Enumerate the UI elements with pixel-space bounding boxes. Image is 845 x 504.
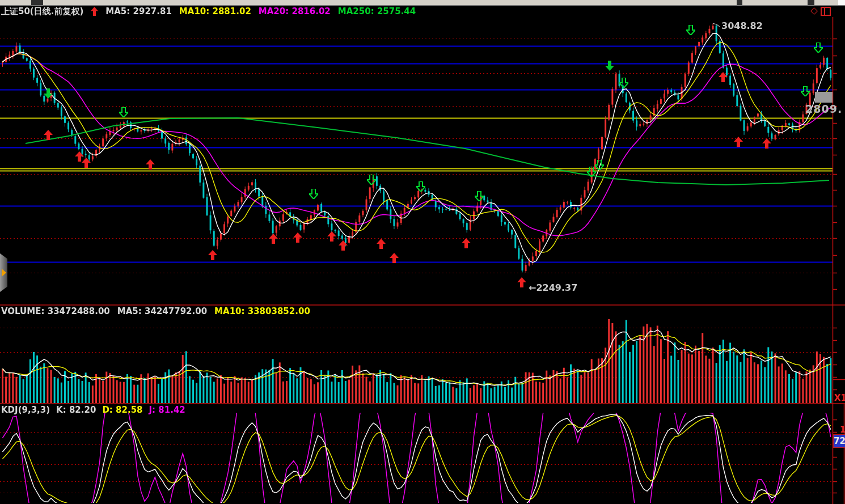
buy-signal-arrow [339, 240, 348, 251]
sell-signal-arrow [619, 78, 628, 88]
window-top-strip [0, 0, 845, 6]
buy-signal-arrow [269, 234, 278, 244]
sell-signal-arrow [416, 181, 425, 192]
strip-highlight [838, 0, 845, 5]
kdj-current-value-box: 72 [833, 434, 845, 448]
buy-signal-arrow [390, 253, 399, 263]
buy-signal-arrow [462, 238, 471, 248]
sell-signal-arrow [309, 189, 318, 199]
panel-slide-handle[interactable] [0, 253, 7, 292]
kdj-k-readout: K: 82.20 [56, 405, 96, 415]
sell-signal-arrow [44, 88, 53, 99]
ma20-readout: MA20: 2816.02 [259, 6, 331, 16]
buy-signal-arrow [293, 232, 302, 243]
last-price-marker [815, 92, 833, 103]
up-arrow-icon [91, 7, 98, 16]
x1-axis-label: X1 [834, 393, 845, 403]
kdj-name[interactable]: KDJ(9,3,3) [1, 405, 50, 415]
volume-header: VOLUME: 33472488.00 MA5: 34247792.00 MA1… [0, 306, 310, 316]
buy-signal-arrow [734, 137, 743, 147]
kdj-header: KDJ(9,3,3) K: 82.20 D: 82.58 J: 81.42 [0, 405, 185, 415]
kdj-d-readout: D: 82.58 [102, 405, 142, 415]
ma250-readout: MA250: 2575.44 [338, 6, 416, 16]
buy-signal-arrow [44, 130, 53, 140]
volume-ma5-readout: MA5: 34247792.00 [117, 306, 207, 316]
diamond-icon[interactable]: ◇ [810, 5, 818, 15]
buy-signal-arrow [377, 239, 386, 249]
sell-signal-arrow [605, 61, 614, 71]
clipped-axis-digit: 1 [840, 425, 845, 435]
ma10-readout: MA10: 2881.02 [179, 6, 251, 16]
last-price-label: 2809. [805, 103, 842, 115]
sell-signal-arrow [475, 191, 484, 201]
sell-signal-arrow [367, 175, 376, 185]
window-split-icon[interactable] [821, 7, 831, 16]
symbol-title[interactable]: 上证50(日线.前复权) [1, 6, 83, 17]
buy-signal-arrow [82, 158, 91, 168]
volume-ma10-readout: MA10: 33803852.00 [214, 306, 310, 316]
strip-notch [31, 0, 43, 5]
high-price-annotation: 3048.82 [721, 20, 763, 31]
sell-signal-arrow [686, 25, 695, 35]
low-price-annotation: ←2249.37 [529, 282, 577, 293]
sell-signal-arrow [801, 86, 810, 96]
ma5-readout: MA5: 2927.81 [105, 6, 172, 16]
stock-chart-app: 上证50(日线.前复权) MA5: 2927.81 MA10: 2881.02 … [0, 0, 845, 504]
buy-signal-arrow [208, 250, 217, 260]
kdj-j-readout: J: 81.42 [149, 405, 185, 415]
sell-signal-arrow [595, 160, 604, 170]
volume-readout: VOLUME: 33472488.00 [1, 306, 110, 316]
buy-signal-arrow [517, 277, 526, 287]
expand-right-icon [2, 269, 6, 277]
buy-signal-arrow [762, 138, 771, 149]
buy-signal-arrow [327, 231, 336, 242]
sell-signal-arrow [814, 43, 823, 53]
chart-header: 上证50(日线.前复权) MA5: 2927.81 MA10: 2881.02 … [0, 6, 834, 17]
sell-signal-arrow [119, 107, 128, 117]
buy-signal-arrow [719, 72, 728, 82]
buy-signal-arrow [146, 159, 155, 170]
split-icon-bar [824, 8, 825, 15]
strip-notch [737, 0, 742, 5]
